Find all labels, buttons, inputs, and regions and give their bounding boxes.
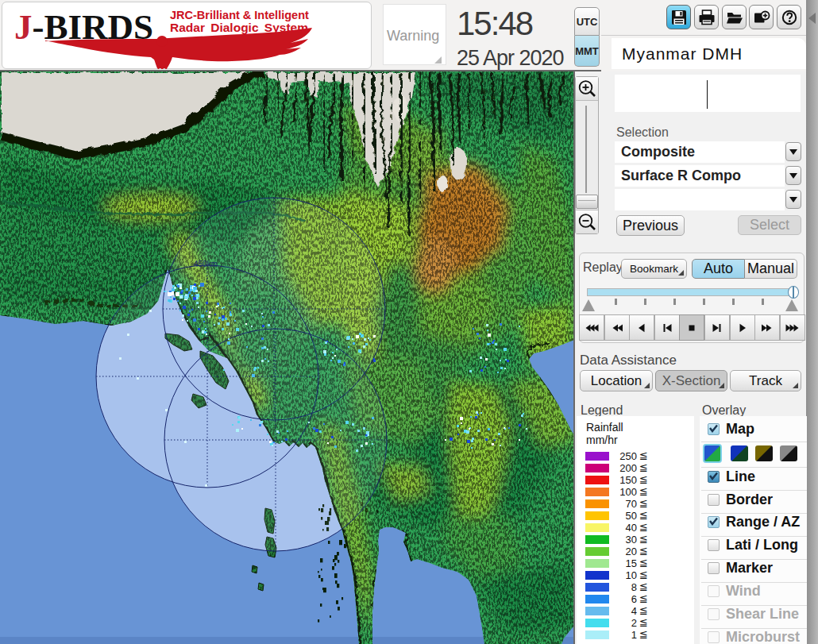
svg-text:450km: 450km <box>194 260 218 268</box>
